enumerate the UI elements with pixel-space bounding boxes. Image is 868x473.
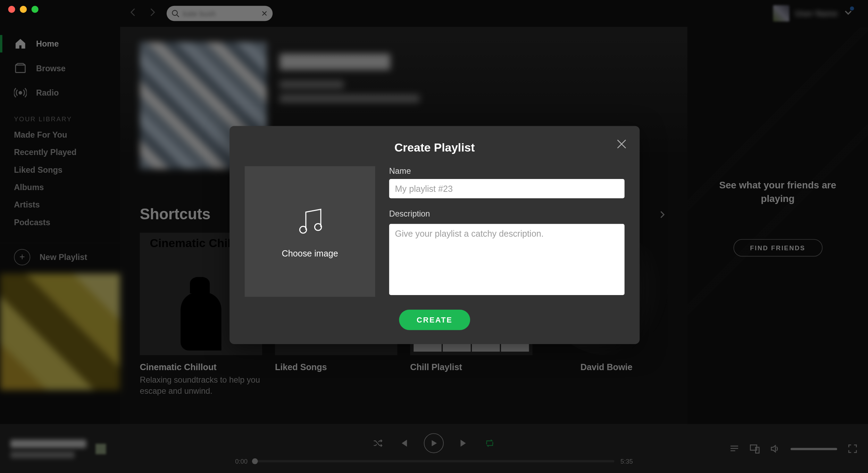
- name-label: Name: [389, 166, 625, 176]
- app-window: kate bush ✕ User Name Home Browse: [0, 0, 868, 473]
- modal-title: Create Playlist: [245, 141, 625, 155]
- window-maximize-button[interactable]: [32, 6, 39, 13]
- create-playlist-modal: Create Playlist Choose image Name Descri…: [229, 126, 640, 344]
- choose-image-label: Choose image: [282, 248, 338, 258]
- playlist-name-input[interactable]: [389, 179, 625, 198]
- create-playlist-button[interactable]: CREATE: [399, 310, 470, 330]
- choose-image-drop[interactable]: Choose image: [245, 166, 375, 297]
- description-label: Description: [389, 209, 625, 218]
- window-close-button[interactable]: [8, 6, 15, 13]
- window-minimize-button[interactable]: [20, 6, 27, 13]
- svg-point-9: [315, 223, 322, 230]
- svg-point-8: [300, 226, 307, 233]
- window-controls: [8, 6, 38, 13]
- modal-close-button[interactable]: [616, 139, 627, 152]
- music-note-icon: [294, 205, 326, 238]
- playlist-description-input[interactable]: [389, 224, 625, 295]
